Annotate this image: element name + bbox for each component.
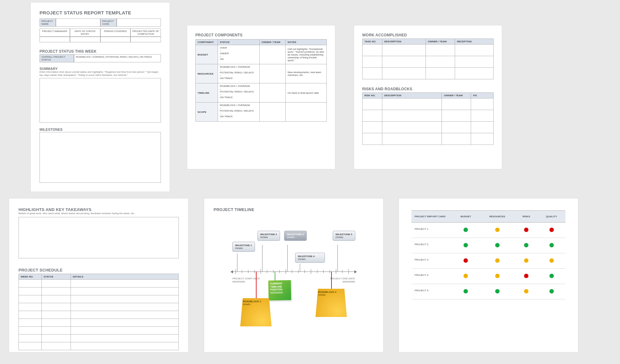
meta-val-2[interactable] (100, 37, 131, 42)
milestones-area[interactable] (40, 132, 161, 183)
comp-h2: OWNER / TEAM (260, 40, 286, 45)
input-project-name[interactable] (56, 18, 100, 27)
risks-title: RISKS AND ROADBLOCKS (362, 87, 494, 91)
meta-1: DATE OF STATUS ENTRY (70, 29, 100, 37)
summary-title: SUMMARY (40, 67, 161, 71)
status-dot (524, 289, 528, 293)
s-h1: STATUS (42, 274, 71, 280)
work-title: WORK ACCOMPLISHED (362, 33, 494, 37)
rc-title: PROJECT REPORT CARD (411, 211, 452, 223)
template-page-4: HIGHLIGHTS AND KEY TAKEAWAYS Bullets of … (9, 198, 188, 352)
label-project-name: PROJECT NAME (40, 18, 56, 27)
current-position-note[interactable]: CURRENT TIMELINE POSITION00/00/0000 (268, 280, 291, 300)
meta-val-1[interactable] (70, 37, 100, 42)
components-table: COMPONENT STATUS OWNER / TEAM NOTES BUDG… (195, 39, 327, 122)
page-title: PROJECT STATUS REPORT TEMPLATE (40, 10, 161, 15)
s-h0: WEEK NO. (19, 274, 42, 280)
template-page-5: PROJECT TIMELINE PROJECT START DATE00/00… (204, 198, 384, 352)
highlights-area[interactable] (19, 217, 179, 258)
meta-val-0[interactable] (40, 37, 70, 42)
template-page-3: WORK ACCOMPLISHED TASK NO. DESCRIPTION O… (354, 25, 502, 169)
status-dot (524, 258, 528, 263)
components-title: PROJECT COMPONENTS (195, 33, 327, 37)
status-dot (495, 243, 500, 247)
r-h0: RISK NO. (363, 93, 382, 98)
rc-c1: RESOURCES (480, 211, 515, 223)
status-dot (464, 243, 468, 247)
milestone-4[interactable]: MILESTONE 4Details (295, 253, 325, 263)
overall-status-legend: ROADBLOCK / OVERAGE | POTENTIAL RISKS / … (74, 54, 161, 62)
table-row: PROJECT 2 (411, 238, 565, 253)
rc-c0: BUDGET (452, 211, 480, 223)
status-dot (549, 243, 554, 247)
status-dot (464, 289, 468, 293)
summary-area[interactable] (40, 78, 161, 123)
roadblock-2[interactable]: ROADBLOCK 2Details (315, 289, 347, 317)
milestone-3[interactable]: MILESTONE 3Details (284, 231, 307, 241)
table-row: PROJECT 4 (411, 269, 565, 284)
table-row: TIMELINEROADBLOCK / OVERAGE – POTENTIAL … (196, 83, 327, 103)
comp-h1: STATUS (218, 40, 260, 45)
milestones-title: MILESTONES (40, 128, 161, 131)
table-row: PROJECT 3 (411, 253, 565, 269)
end-label: PROJECT END DATE00/00/0000 (330, 277, 355, 283)
status-week-title: PROJECT STATUS THIS WEEK (40, 49, 161, 54)
w-h2: OWNER / TEAM (426, 39, 455, 45)
status-dot (549, 289, 554, 293)
status-dot (464, 258, 468, 263)
status-dot (524, 243, 528, 247)
r-h1: DESCRIPTION (382, 93, 442, 98)
rc-c3: QUALITY (538, 211, 565, 223)
arrow-left-icon (231, 270, 233, 273)
milestone-5[interactable]: MILESTONE 5Details (333, 231, 355, 241)
comp-h3: NOTES (286, 40, 327, 45)
status-dot (464, 274, 468, 278)
status-dot (495, 289, 500, 293)
status-dot (495, 258, 500, 263)
table-row: PROJECT 5 (411, 284, 565, 299)
highlights-hint: Bullets of great work, who owns what, wh… (19, 212, 179, 215)
meta-2: PERIOD COVERED (100, 29, 131, 37)
table-row: SCOPEROADBLOCK / OVERAGE – POTENTIAL RIS… (196, 103, 327, 122)
template-page-1: PROJECT STATUS REPORT TEMPLATE PROJECT N… (30, 2, 170, 192)
risks-table: RISK NO. DESCRIPTION OWNER / TEAM FIX (362, 92, 494, 145)
template-page-6: PROJECT REPORT CARD BUDGET RESOURCES RIS… (399, 198, 578, 352)
timeline-axis (232, 272, 355, 272)
status-dot (549, 274, 554, 278)
table-row: PROJECT 1 (411, 223, 565, 238)
schedule-title: PROJECT SCHEDULE (19, 268, 179, 272)
milestone-1[interactable]: MILESTONE 1Details (232, 242, 255, 252)
w-h0: TASK NO. (363, 39, 382, 45)
status-dot (549, 258, 554, 263)
meta-3: PROJECTED DATE OF COMPLETION (130, 29, 161, 37)
highlights-title: HIGHLIGHTS AND KEY TAKEAWAYS (19, 207, 179, 212)
table-row: BUDGETOVER – UNDER – ONCall out highligh… (196, 45, 327, 64)
input-project-code[interactable] (117, 18, 161, 27)
status-dot (524, 228, 528, 232)
overall-status-label: OVERALL PROJECT STATUS (40, 54, 74, 62)
meta-0: PROJECT MANAGER (40, 29, 70, 37)
roadblock-1[interactable]: ROADBLOCK 1Details (240, 298, 272, 326)
status-dot (524, 274, 528, 278)
rc-c2: RISKS (515, 211, 538, 223)
report-card-table: PROJECT REPORT CARD BUDGET RESOURCES RIS… (411, 210, 565, 299)
summary-hint: Enter information here about overall sta… (40, 71, 161, 77)
status-dot (464, 228, 468, 232)
work-table: TASK NO. DESCRIPTION OWNER / TEAM RECEPT… (362, 39, 494, 79)
w-h1: DESCRIPTION (382, 39, 426, 45)
table-row: RESOURCESROADBLOCK / OVERAGE – POTENTIAL… (196, 64, 327, 83)
meta-val-3[interactable] (130, 37, 161, 42)
w-h3: RECEPTION (455, 39, 494, 45)
status-dot (495, 228, 500, 232)
template-page-2: PROJECT COMPONENTS COMPONENT STATUS OWNE… (187, 25, 335, 169)
r-h2: OWNER / TEAM (442, 93, 471, 98)
s-h2: DETAILS (71, 274, 179, 280)
status-dot (549, 228, 554, 232)
schedule-table: WEEK NO. STATUS DETAILS (19, 274, 179, 350)
r-h3: FIX (471, 93, 494, 98)
timeline-title: PROJECT TIMELINE (214, 207, 374, 212)
arrow-right-icon (354, 270, 357, 273)
comp-h0: COMPONENT (196, 40, 218, 45)
status-dot (495, 274, 500, 278)
milestone-2[interactable]: MILESTONE 2Details (257, 231, 280, 241)
